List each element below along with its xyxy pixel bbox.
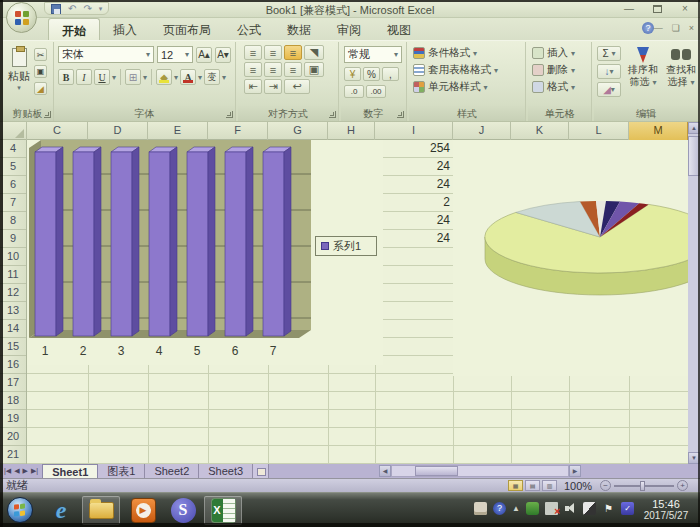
row-header[interactable]: 15: [0, 338, 26, 356]
taskbar-media-player-button[interactable]: ▶: [124, 496, 162, 525]
normal-view-button[interactable]: ▦: [508, 480, 523, 491]
borders-button[interactable]: ⊞: [125, 69, 141, 85]
ribbon-tab[interactable]: 视图: [374, 18, 424, 40]
embedded-bar-chart[interactable]: 1 2 3 4 5 6 7 系列1: [27, 140, 383, 365]
row-header[interactable]: 16: [0, 356, 26, 374]
column-header-e[interactable]: E: [148, 122, 208, 140]
workbook-close-button[interactable]: ×: [689, 23, 694, 33]
number-format-combo[interactable]: 常规▾: [344, 46, 402, 63]
scroll-right-icon[interactable]: ▶: [569, 465, 581, 477]
cell-value[interactable]: 24: [376, 176, 450, 194]
row-header[interactable]: 17: [0, 374, 26, 392]
select-all-corner[interactable]: [0, 122, 27, 140]
format-painter-icon[interactable]: ◢: [34, 82, 47, 95]
phonetic-guide-button[interactable]: 变: [204, 69, 220, 85]
help-icon[interactable]: ?: [642, 22, 654, 34]
align-right-button[interactable]: ≡: [284, 62, 302, 77]
cell-value[interactable]: 24: [376, 212, 450, 230]
row-header[interactable]: 5: [0, 158, 26, 176]
ribbon-tab[interactable]: 审阅: [324, 18, 374, 40]
horizontal-scrollbar[interactable]: [391, 465, 569, 477]
security-shield-icon[interactable]: ✓: [621, 502, 634, 515]
decrease-decimal-icon[interactable]: .00: [366, 85, 386, 98]
network-disconnected-icon[interactable]: [545, 502, 558, 515]
ribbon-tab[interactable]: 数据: [274, 18, 324, 40]
row-header[interactable]: 11: [0, 266, 26, 284]
fill-button[interactable]: ↓ ▾: [597, 64, 621, 79]
orientation-button[interactable]: ◥: [304, 45, 324, 60]
help-tray-icon[interactable]: ?: [493, 502, 506, 515]
minimize-button[interactable]: —: [622, 3, 636, 15]
number-dialog-launcher[interactable]: [397, 111, 404, 118]
font-color-button[interactable]: A: [180, 69, 196, 85]
align-top-button[interactable]: ≡: [244, 45, 262, 60]
column-header-i[interactable]: I: [375, 122, 453, 140]
input-method-icon[interactable]: [474, 502, 487, 515]
tray-app-icon[interactable]: [526, 502, 539, 515]
row-header[interactable]: 18: [0, 392, 26, 410]
zoom-level[interactable]: 100%: [564, 480, 592, 492]
workbook-minimize-button[interactable]: —: [654, 23, 663, 33]
clipboard-dialog-launcher[interactable]: [44, 111, 51, 118]
cell-value[interactable]: 24: [376, 158, 450, 176]
undo-icon[interactable]: ↶: [68, 4, 76, 14]
first-sheet-icon[interactable]: |◀: [4, 467, 11, 475]
row-header[interactable]: 14: [0, 320, 26, 338]
cell-styles-button[interactable]: 单元格样式▾: [413, 80, 498, 94]
row-header[interactable]: 6: [0, 176, 26, 194]
chart-legend[interactable]: 系列1: [315, 236, 377, 256]
embedded-pie-chart[interactable]: [453, 140, 688, 376]
paste-button[interactable]: 粘贴 ▾: [6, 46, 32, 102]
wrap-text-button[interactable]: ↩: [284, 79, 310, 94]
column-header-c[interactable]: C: [27, 122, 88, 140]
insert-worksheet-tab[interactable]: [253, 464, 269, 478]
close-button[interactable]: ×: [678, 3, 692, 15]
insert-cells-button[interactable]: 插入▾: [532, 46, 575, 60]
zoom-slider[interactable]: [614, 485, 674, 487]
sheet-tab[interactable]: 图表1: [98, 464, 145, 478]
autosum-button[interactable]: Σ ▾: [597, 46, 621, 61]
zoom-in-icon[interactable]: +: [677, 480, 688, 491]
alignment-dialog-launcher[interactable]: [329, 111, 336, 118]
grow-font-button[interactable]: A▴: [196, 47, 212, 63]
fill-color-button[interactable]: ◆: [156, 69, 172, 85]
conditional-formatting-button[interactable]: 条件格式▾: [413, 46, 498, 60]
cell-value[interactable]: 24: [376, 230, 450, 248]
column-header-g[interactable]: G: [268, 122, 328, 140]
taskbar-sogou-button[interactable]: S: [164, 496, 202, 525]
scroll-left-icon[interactable]: ◀: [379, 465, 391, 477]
row-header[interactable]: 7: [0, 194, 26, 212]
cut-icon[interactable]: ✂: [34, 48, 47, 61]
office-button[interactable]: [6, 2, 37, 33]
sort-filter-button[interactable]: 排序和 筛选 ▾: [624, 45, 662, 103]
align-bottom-button[interactable]: ≡: [284, 45, 302, 60]
align-center-button[interactable]: ≡: [264, 62, 282, 77]
taskbar-explorer-button[interactable]: [82, 496, 120, 525]
ribbon-tab[interactable]: 公式: [224, 18, 274, 40]
qat-customize-icon[interactable]: ▾: [99, 4, 103, 14]
row-header[interactable]: 19: [0, 410, 26, 428]
comma-style-icon[interactable]: ,: [382, 67, 399, 81]
horizontal-scroll-thumb[interactable]: [415, 466, 458, 476]
find-select-button[interactable]: 查找和 选择 ▾: [662, 45, 700, 103]
align-middle-button[interactable]: ≡: [264, 45, 282, 60]
cell-value[interactable]: 2: [376, 194, 450, 212]
row-header[interactable]: 8: [0, 212, 26, 230]
prev-sheet-icon[interactable]: ◀: [14, 467, 19, 475]
format-as-table-button[interactable]: 套用表格格式▾: [413, 63, 498, 77]
zoom-slider-thumb[interactable]: [640, 481, 645, 491]
save-icon[interactable]: [51, 4, 61, 14]
taskbar-clock[interactable]: 15:46 2017/5/27: [636, 498, 696, 521]
sheet-tab[interactable]: Sheet2: [145, 464, 199, 478]
column-header-j[interactable]: J: [453, 122, 511, 140]
column-header-f[interactable]: F: [208, 122, 268, 140]
decrease-indent-button[interactable]: ⇤: [244, 79, 262, 94]
align-left-button[interactable]: ≡: [244, 62, 262, 77]
row-header[interactable]: 10: [0, 248, 26, 266]
clear-button[interactable]: ◢ ▾: [597, 82, 621, 97]
font-dialog-launcher[interactable]: [226, 111, 233, 118]
increase-indent-button[interactable]: ⇥: [264, 79, 282, 94]
row-header[interactable]: 20: [0, 428, 26, 446]
column-header-m-selected[interactable]: M: [629, 122, 688, 140]
sheet-tab[interactable]: Sheet3: [199, 464, 253, 478]
